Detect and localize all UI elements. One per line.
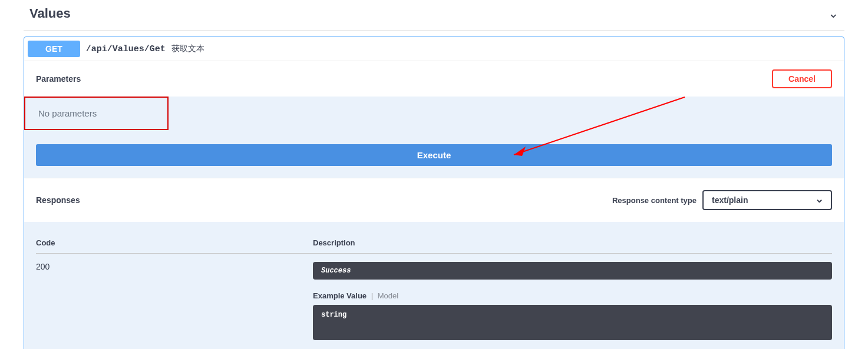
chevron-down-icon[interactable]: ⌄ [828,6,844,21]
tab-separator: | [371,291,373,300]
operation-path: /api/Values/Get [86,44,166,54]
column-header-code: Code [36,229,313,254]
response-description: Success [313,262,832,280]
section-header[interactable]: Values ⌄ [24,0,844,31]
table-row: 200 Success Example Value | Model string [36,254,832,344]
response-code: 200 [36,254,313,344]
parameters-body: No parameters [24,97,844,144]
responses-table: Code Description 200 Success Example Val… [36,229,832,344]
no-parameters-text: No parameters [24,97,169,130]
operation-description: 获取文本 [171,44,204,54]
response-content-type-select[interactable]: text/plain [702,190,832,210]
responses-body: Code Description 200 Success Example Val… [24,222,844,349]
execute-button[interactable]: Execute [36,144,832,166]
tab-example-value[interactable]: Example Value [313,291,367,300]
example-tabs: Example Value | Model [313,291,832,300]
operation-block: GET /api/Values/Get 获取文本 Parameters Canc… [24,36,844,349]
http-method-badge: GET [28,41,80,57]
response-content-type-wrap: Response content type text/plain [612,190,832,210]
example-value-box[interactable]: string [313,305,832,340]
execute-section: Execute [24,144,844,178]
parameters-section-header: Parameters Cancel [24,61,844,97]
tab-model[interactable]: Model [378,291,398,300]
parameters-heading: Parameters [36,74,81,84]
cancel-button[interactable]: Cancel [772,69,832,88]
operation-summary[interactable]: GET /api/Values/Get 获取文本 [24,37,844,61]
responses-section-header: Responses Response content type text/pla… [24,178,844,222]
responses-heading: Responses [36,195,80,205]
column-header-description: Description [313,229,832,254]
section-title: Values [29,6,71,21]
response-content-type-label: Response content type [612,196,697,205]
